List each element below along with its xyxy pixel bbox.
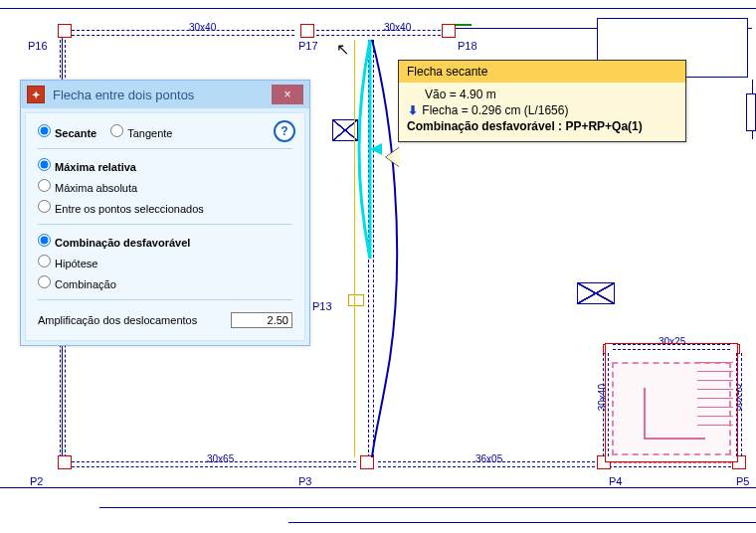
- cross-box-2: [577, 282, 615, 304]
- dialog-title: Flecha entre dois pontos: [45, 88, 272, 102]
- radio-comb-desf[interactable]: Combinação desfavorável: [38, 234, 190, 249]
- guide-yellow: [354, 40, 355, 457]
- pillar-p16: [58, 24, 72, 38]
- label-p16: P16: [28, 40, 48, 52]
- line-bot-2: [99, 507, 756, 508]
- beam-room-top: [613, 344, 730, 350]
- radio-combinacao[interactable]: Combinação: [38, 275, 116, 290]
- dim-top-b: 30x40: [384, 22, 411, 33]
- radio-max-relativa[interactable]: Máxima relativa: [38, 158, 136, 173]
- label-p5: P5: [736, 475, 749, 487]
- line-bot-3: [288, 522, 756, 523]
- marker-yellow: [348, 294, 364, 306]
- app-icon: ✦: [27, 86, 45, 103]
- beam-top-left: [72, 30, 294, 36]
- dialog-titlebar[interactable]: ✦ Flecha entre dois pontos ×: [21, 81, 309, 108]
- label-p13: P13: [312, 300, 332, 312]
- label-p3: P3: [298, 475, 311, 487]
- tooltip-title: Flecha secante: [399, 61, 685, 83]
- dialog-body: Secante Tangente Máxima relativa Máxima …: [25, 112, 305, 341]
- beam-room-left: [603, 353, 609, 456]
- dim-bot-a: 30x65: [207, 453, 234, 464]
- tooltip-vao: Vão = 4.90 m: [407, 87, 677, 102]
- radio-secante[interactable]: Secante: [38, 124, 96, 139]
- tooltip-flecha: Flecha secante Vão = 4.90 m ⬇ Flecha = 0…: [398, 60, 686, 142]
- tooltip-flecha-val: Flecha = 0.296 cm (L/1656): [422, 103, 568, 117]
- label-p2: P2: [30, 475, 43, 487]
- dialog-flecha-dois-pontos[interactable]: ✦ Flecha entre dois pontos × ? Secante T…: [20, 80, 310, 346]
- help-button[interactable]: ?: [274, 120, 295, 142]
- radio-entre-pontos[interactable]: Entre os pontos seleccionados: [38, 200, 204, 215]
- close-button[interactable]: ×: [272, 85, 303, 104]
- dim-top-a: 30x40: [189, 22, 216, 33]
- label-p17: P17: [298, 40, 318, 52]
- tooltip-combo: Combinação desfavorável : PP+RP+Qa(1): [407, 118, 677, 134]
- down-arrow-icon: ⬇: [407, 102, 419, 118]
- line-top-upper: [0, 8, 756, 9]
- pillar-p18: [442, 24, 456, 38]
- label-p18: P18: [458, 40, 477, 52]
- room-pink-shape: [644, 388, 705, 440]
- pillar-p3: [360, 455, 374, 469]
- box-upper-right-small: [746, 93, 756, 131]
- beam-room-right: [736, 353, 742, 456]
- beam-p3-vert: [368, 40, 374, 457]
- amp-label: Amplificação dos deslocamentos: [38, 314, 197, 326]
- pillar-p17: [300, 24, 314, 38]
- radio-hipotese[interactable]: Hipótese: [38, 255, 97, 269]
- pillar-p2: [58, 455, 72, 469]
- beam-top-mid: [316, 30, 446, 36]
- tooltip-body: Vão = 4.90 m ⬇ Flecha = 0.296 cm (L/1656…: [399, 83, 685, 141]
- line-bot-1: [0, 487, 756, 488]
- amp-input[interactable]: [231, 312, 292, 328]
- room-pink: [605, 343, 738, 462]
- cad-canvas[interactable]: P16 P17 P18 P13 P2 P3 P4 P5 P9 P10 30x40…: [0, 0, 756, 533]
- label-p4: P4: [609, 475, 622, 487]
- radio-tangente[interactable]: Tangente: [110, 124, 172, 139]
- mouse-cursor-icon: ↖: [336, 40, 349, 59]
- dim-bot-b: 36x05: [475, 453, 502, 464]
- tooltip-pointer: [386, 147, 400, 167]
- radio-max-absoluta[interactable]: Máxima absoluta: [38, 179, 137, 194]
